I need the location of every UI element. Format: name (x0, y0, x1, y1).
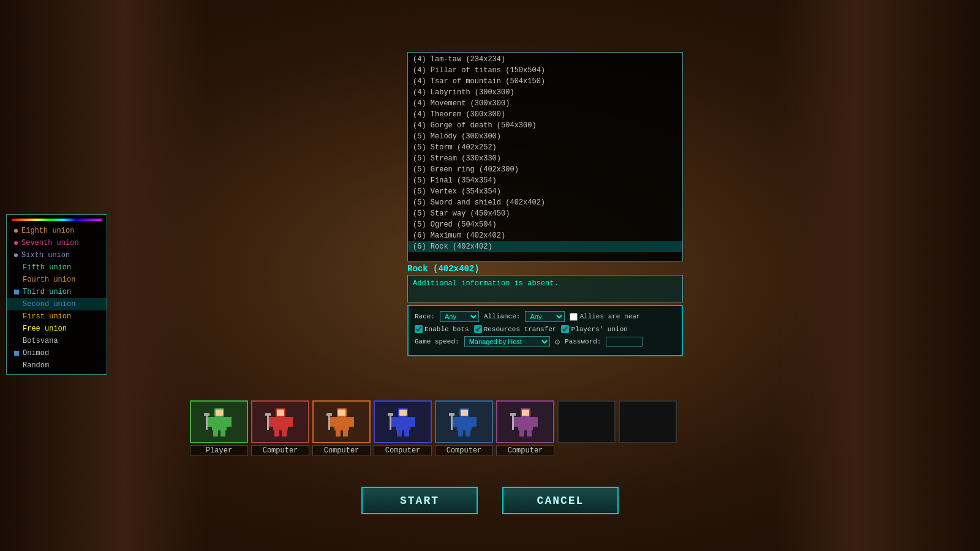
map-list-item[interactable]: (5) Vertex (354x354) (408, 186, 682, 197)
map-list-item[interactable]: (5) Final (354x354) (408, 175, 682, 186)
svg-rect-14 (282, 430, 287, 437)
player-slot-2[interactable]: Computer (312, 400, 371, 456)
player-portrait-5[interactable] (496, 400, 554, 443)
svg-rect-47 (513, 417, 518, 427)
map-list[interactable]: (4) Tam-taw (234x234)(4) Pillar of titan… (408, 53, 682, 261)
svg-rect-15 (277, 410, 284, 416)
union-item-random[interactable]: Random (7, 359, 107, 372)
player-portrait-2[interactable] (312, 400, 371, 443)
player-slot-3[interactable]: Computer (374, 400, 432, 456)
map-list-item[interactable]: (4) Gorge of death (504x300) (408, 120, 682, 131)
svg-rect-42 (461, 410, 468, 416)
allies-are-near-checkbox-label[interactable]: Allies are near (570, 313, 640, 321)
svg-rect-33 (399, 410, 407, 416)
game-speed-select[interactable]: Managed by HostSlowNormalFastVery Fast (464, 336, 550, 347)
union-item-free-union[interactable]: Free union (7, 323, 107, 335)
union-item-onimod[interactable]: Onimod (7, 347, 107, 359)
settings-panel: Race: AnyHumanOrcElfDwarf Alliance: AnyT… (407, 305, 683, 356)
player-portrait-7[interactable] (619, 400, 677, 443)
enable-bots-checkbox[interactable] (415, 325, 423, 333)
svg-rect-51 (522, 410, 529, 416)
map-list-item[interactable]: (4) Pillar of titans (150x504) (408, 65, 682, 76)
svg-rect-48 (533, 417, 538, 427)
union-dropdown: Eighth unionSeventh unionSixth unionFift… (6, 214, 107, 375)
union-item-seventh-union[interactable]: Seventh union (7, 237, 107, 249)
player-portrait-4[interactable] (435, 400, 493, 443)
description-box: Additional information is absent. (407, 275, 683, 302)
svg-rect-43 (451, 414, 453, 430)
map-list-item[interactable]: (5) Star way (450x450) (408, 208, 682, 219)
svg-rect-16 (267, 414, 269, 430)
resources-transfer-label[interactable]: Resources transfer (474, 325, 557, 333)
player-slots: Player Computer Computer (190, 400, 677, 456)
svg-rect-31 (397, 430, 402, 437)
union-item-label: Botsvana (23, 337, 58, 345)
svg-rect-24 (338, 410, 345, 416)
union-item-sixth-union[interactable]: Sixth union (7, 249, 107, 261)
svg-rect-28 (396, 417, 410, 430)
union-item-label: Fourth union (23, 276, 75, 284)
map-list-item[interactable]: (5) Green ring (402x300) (408, 164, 682, 175)
union-item-label: Fifth union (23, 263, 71, 272)
map-list-item[interactable]: (4) Labyrinth (300x300) (408, 87, 682, 98)
union-item-second-union[interactable]: Second union (7, 298, 107, 310)
svg-rect-19 (334, 417, 349, 430)
game-speed-label: Game speed: (415, 338, 459, 345)
map-list-item[interactable]: (4) Tam-taw (234x234) (408, 54, 682, 65)
player-slot-7[interactable]: Empty (619, 400, 677, 456)
map-list-item[interactable]: (5) Stream (330x330) (408, 153, 682, 164)
union-item-eighth-union[interactable]: Eighth union (7, 225, 107, 237)
player-portrait-1[interactable] (251, 400, 309, 443)
speed-icon: ⚙ (555, 337, 560, 347)
union-item-third-union[interactable]: Third union (7, 286, 107, 298)
player-portrait-3[interactable] (374, 400, 432, 443)
svg-rect-6 (216, 410, 223, 416)
player-portrait-0[interactable] (190, 400, 248, 443)
union-item-fifth-union[interactable]: Fifth union (7, 261, 107, 274)
map-list-item[interactable]: (5) Sword and shield (402x402) (408, 197, 682, 208)
players-union-checkbox[interactable] (561, 325, 569, 333)
right-panel: (4) Tam-taw (234x234)(4) Pillar of titan… (306, 52, 585, 356)
svg-rect-4 (213, 430, 218, 437)
enable-bots-label[interactable]: Enable bots (415, 325, 469, 333)
svg-rect-7 (206, 414, 208, 430)
alliance-select[interactable]: AnyTeam 1Team 2None (525, 311, 565, 322)
cancel-button[interactable]: Cancel (502, 487, 619, 514)
player-portrait-6[interactable] (557, 400, 616, 443)
union-color-dot (14, 229, 18, 233)
player-label-4: Computer (435, 445, 493, 456)
player-slot-4[interactable]: Computer (435, 400, 493, 456)
svg-rect-12 (288, 417, 293, 427)
player-slot-6[interactable]: Empty (557, 400, 616, 456)
svg-rect-49 (519, 430, 524, 437)
map-list-item[interactable]: (5) Melody (300x300) (408, 131, 682, 142)
union-item-label: Free union (23, 324, 67, 333)
start-button[interactable]: Start (361, 487, 478, 514)
player-slot-1[interactable]: Computer (251, 400, 309, 456)
player-label-0: Player (190, 445, 248, 456)
password-input[interactable] (606, 337, 643, 347)
map-list-item[interactable]: (6) Maximum (402x402) (408, 230, 682, 241)
union-item-first-union[interactable]: First union (7, 310, 107, 323)
svg-rect-30 (410, 417, 415, 427)
map-list-item[interactable]: (4) Movement (300x300) (408, 98, 682, 109)
race-select[interactable]: AnyHumanOrcElfDwarf (440, 311, 479, 322)
map-list-item[interactable]: (5) Storm (402x252) (408, 142, 682, 153)
enable-bots-text: Enable bots (424, 326, 469, 333)
player-slot-0[interactable]: Player (190, 400, 248, 456)
players-union-label[interactable]: Players' union (561, 325, 627, 333)
union-item-fourth-union[interactable]: Fourth union (7, 274, 107, 286)
map-list-item[interactable]: (4) Theorem (300x300) (408, 109, 682, 120)
map-list-item[interactable]: (4) Tsar of mountain (504x150) (408, 76, 682, 87)
map-list-item[interactable]: (5) Ogred (504x504) (408, 219, 682, 230)
svg-rect-37 (457, 417, 472, 430)
svg-rect-8 (204, 413, 209, 416)
map-list-item[interactable]: (6) Rock (402x402) (408, 241, 682, 252)
svg-rect-32 (404, 430, 409, 437)
allies-are-near-checkbox[interactable] (570, 313, 578, 321)
map-title: Rock (402x402) (407, 264, 585, 274)
svg-rect-53 (510, 413, 516, 416)
union-item-botsvana[interactable]: Botsvana (7, 335, 107, 347)
resources-transfer-checkbox[interactable] (474, 325, 482, 333)
player-slot-5[interactable]: Computer (496, 400, 554, 456)
